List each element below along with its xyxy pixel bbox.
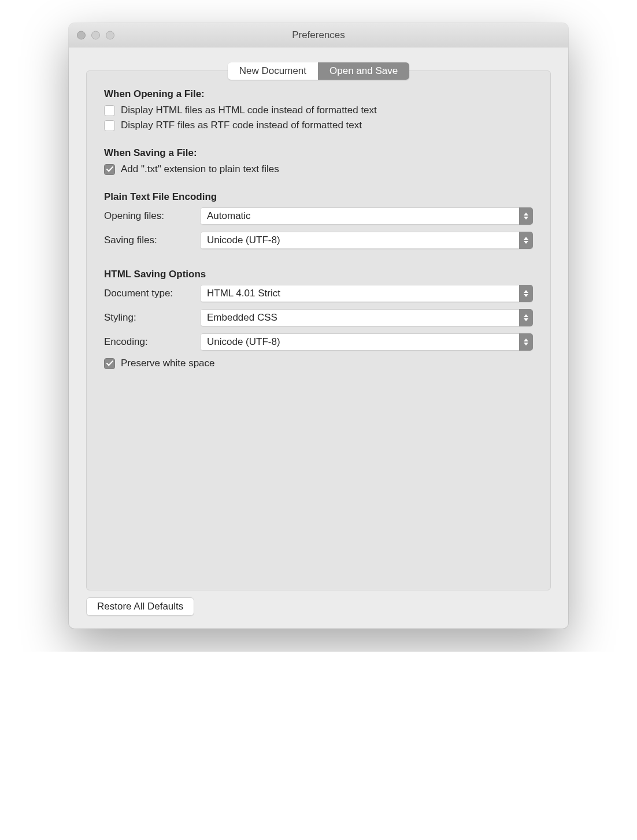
updown-icon xyxy=(519,232,533,249)
section-when-opening-title: When Opening a File: xyxy=(104,88,533,100)
select-encoding[interactable]: Unicode (UTF-8) xyxy=(200,333,533,351)
select-styling[interactable]: Embedded CSS xyxy=(200,309,533,326)
close-window-button[interactable] xyxy=(77,31,86,39)
label-document-type: Document type: xyxy=(104,288,200,299)
checkbox-preserve-white-space-label: Preserve white space xyxy=(121,358,215,369)
checkbox-preserve-white-space[interactable] xyxy=(104,358,115,369)
checkbox-display-html-as-code[interactable] xyxy=(104,105,115,116)
select-saving-files-encoding[interactable]: Unicode (UTF-8) xyxy=(200,232,533,249)
zoom-window-button[interactable] xyxy=(106,31,114,39)
tab-open-and-save[interactable]: Open and Save xyxy=(318,62,409,80)
select-opening-files-encoding[interactable]: Automatic xyxy=(200,207,533,225)
label-saving-files: Saving files: xyxy=(104,235,200,246)
window-controls xyxy=(77,31,114,39)
tab-bar: New Document Open and Save xyxy=(228,62,409,80)
checkbox-display-rtf-as-code[interactable] xyxy=(104,120,115,131)
select-document-type[interactable]: HTML 4.01 Strict xyxy=(200,285,533,302)
updown-icon xyxy=(519,207,533,225)
checkbox-add-txt-extension-label: Add ".txt" extension to plain text files xyxy=(121,163,279,175)
restore-all-defaults-button[interactable]: Restore All Defaults xyxy=(86,597,194,616)
label-styling: Styling: xyxy=(104,312,200,324)
label-encoding: Encoding: xyxy=(104,336,200,348)
section-html-saving-title: HTML Saving Options xyxy=(104,269,533,280)
checkbox-display-rtf-as-code-label: Display RTF files as RTF code instead of… xyxy=(121,120,362,131)
updown-icon xyxy=(519,285,533,302)
select-saving-files-encoding-value: Unicode (UTF-8) xyxy=(207,235,280,246)
content: New Document Open and Save When Opening … xyxy=(69,47,568,629)
window-title: Preferences xyxy=(69,29,568,41)
tab-new-document[interactable]: New Document xyxy=(228,62,318,80)
select-document-type-value: HTML 4.01 Strict xyxy=(207,288,280,299)
label-opening-files: Opening files: xyxy=(104,210,200,222)
titlebar: Preferences xyxy=(69,23,568,47)
select-opening-files-encoding-value: Automatic xyxy=(207,210,251,222)
check-icon xyxy=(106,360,113,367)
checkbox-add-txt-extension[interactable] xyxy=(104,164,115,175)
preferences-window: Preferences New Document Open and Save W… xyxy=(69,23,568,629)
section-plain-text-encoding-title: Plain Text File Encoding xyxy=(104,191,533,203)
footer: Restore All Defaults xyxy=(86,597,551,616)
checkbox-display-html-as-code-label: Display HTML files as HTML code instead … xyxy=(121,105,377,116)
check-icon xyxy=(106,166,113,173)
open-and-save-panel: When Opening a File: Display HTML files … xyxy=(86,70,551,590)
minimize-window-button[interactable] xyxy=(91,31,100,39)
updown-icon xyxy=(519,333,533,351)
updown-icon xyxy=(519,309,533,326)
select-encoding-value: Unicode (UTF-8) xyxy=(207,336,280,348)
select-styling-value: Embedded CSS xyxy=(207,312,277,324)
section-when-saving-title: When Saving a File: xyxy=(104,147,533,159)
